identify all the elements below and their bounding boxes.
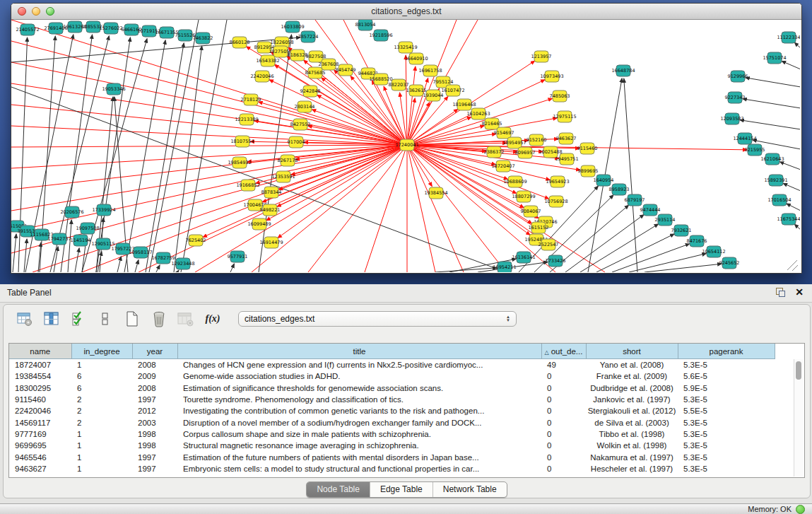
graph-edge[interactable] bbox=[11, 145, 407, 232]
graph-node[interactable]: 19166852 bbox=[236, 180, 259, 191]
graph-edge[interactable] bbox=[794, 224, 800, 230]
graph-node[interactable]: 12444154 bbox=[733, 133, 756, 144]
close-window-button[interactable] bbox=[18, 7, 26, 16]
column-header-short[interactable]: short bbox=[586, 344, 678, 359]
column-header-out_de[interactable]: △out_de... bbox=[541, 344, 586, 359]
table-row[interactable]: 969969511998Structural magnetic resonanc… bbox=[9, 440, 775, 451]
graph-edge[interactable] bbox=[82, 39, 147, 272]
graph-node[interactable]: 10688609 bbox=[503, 176, 526, 187]
column-header-pagerank[interactable]: pagerank bbox=[678, 344, 775, 359]
tab-node-table[interactable]: Node Table bbox=[307, 482, 370, 497]
graph-node[interactable]: 7485063 bbox=[550, 90, 570, 102]
table-settings-icon[interactable] bbox=[15, 310, 35, 328]
graph-node[interactable]: 2386372 bbox=[484, 146, 505, 158]
graph-node[interactable]: 8454749 bbox=[336, 64, 356, 76]
column-header-title[interactable]: title bbox=[177, 344, 541, 359]
table-row[interactable]: 977716911998Corpus callosum shape and si… bbox=[9, 428, 775, 440]
row-height-icon[interactable] bbox=[95, 310, 115, 328]
table-scrollbar[interactable] bbox=[794, 359, 804, 477]
graph-node[interactable]: 10654112 bbox=[702, 246, 725, 257]
graph-node[interactable]: 8813054 bbox=[355, 20, 376, 30]
graph-node[interactable]: 16033809 bbox=[281, 21, 304, 33]
graph-node[interactable]: 7932621 bbox=[671, 225, 692, 236]
memory-status-icon[interactable] bbox=[796, 505, 805, 514]
table-selector-combobox[interactable]: citations_edges.txt ▲▼ bbox=[238, 311, 517, 327]
graph-node[interactable]: 8186328 bbox=[288, 49, 308, 61]
graph-node[interactable]: 2718129 bbox=[241, 94, 261, 105]
graph-node[interactable]: 9245652 bbox=[719, 257, 740, 269]
graph-node[interactable]: 8427552 bbox=[290, 119, 311, 130]
graph-node[interactable]: 16099489 bbox=[247, 218, 271, 230]
graph-node[interactable]: 917004 bbox=[288, 136, 305, 148]
graph-node[interactable]: 7625402 bbox=[186, 235, 206, 246]
float-panel-icon[interactable] bbox=[776, 288, 785, 297]
graph-node[interactable]: 16136141 bbox=[512, 252, 535, 263]
column-header-name[interactable]: name bbox=[9, 344, 71, 359]
table-row[interactable]: 946362711997Embryonic stem cells: a mode… bbox=[9, 463, 775, 474]
zoom-window-button[interactable] bbox=[46, 7, 54, 16]
graph-node[interactable]: 8958923 bbox=[609, 184, 630, 195]
graph-node[interactable]: 16640910 bbox=[404, 53, 428, 64]
graph-edge[interactable] bbox=[645, 264, 722, 272]
graph-node[interactable]: 9474444 bbox=[640, 204, 661, 216]
graph-node[interactable]: 19097588 bbox=[76, 223, 99, 234]
graph-edge[interactable] bbox=[407, 145, 432, 187]
graph-edge[interactable] bbox=[156, 265, 160, 272]
graph-node[interactable]: 11675344 bbox=[777, 214, 800, 225]
graph-edge[interactable] bbox=[117, 257, 121, 272]
graph-node[interactable]: 1939044 bbox=[423, 90, 444, 101]
table-row[interactable]: 946554611997Estimation of the future num… bbox=[9, 451, 775, 462]
graph-node[interactable]: 15892391 bbox=[764, 175, 787, 186]
graph-edge[interactable] bbox=[794, 42, 800, 48]
graph-node[interactable]: 17339924 bbox=[92, 204, 115, 216]
graph-node[interactable]: 9899695 bbox=[578, 165, 599, 177]
close-panel-icon[interactable]: ✕ bbox=[795, 288, 804, 297]
table-row[interactable]: 1830029562008Estimation of significance … bbox=[9, 382, 775, 394]
graph-node[interactable]: 12093583 bbox=[720, 113, 743, 124]
graph-edge[interactable] bbox=[779, 162, 800, 170]
graph-node[interactable]: 16961758 bbox=[418, 65, 442, 76]
graph-edge[interactable] bbox=[746, 78, 800, 87]
select-columns-icon[interactable] bbox=[69, 310, 88, 328]
column-header-in_degree[interactable]: in_degree bbox=[71, 344, 132, 359]
graph-edge[interactable] bbox=[565, 215, 644, 272]
graph-node[interactable]: 1733426 bbox=[546, 255, 566, 267]
graph-node[interactable]: 16210643 bbox=[760, 153, 784, 165]
graph-edge[interactable] bbox=[743, 99, 800, 108]
graph-edge[interactable] bbox=[787, 204, 800, 211]
graph-edge[interactable] bbox=[406, 55, 407, 145]
graph-node[interactable]: 1615152 bbox=[529, 222, 549, 233]
delete-column-icon[interactable] bbox=[149, 310, 169, 328]
graph-edge[interactable] bbox=[740, 120, 800, 129]
tab-network-table[interactable]: Network Table bbox=[433, 482, 507, 497]
graph-node[interactable]: 9084067 bbox=[521, 206, 541, 217]
graph-edge[interactable] bbox=[783, 183, 800, 191]
graph-edge[interactable] bbox=[75, 248, 79, 272]
graph-node[interactable]: 11122334 bbox=[777, 32, 800, 43]
graph-edge[interactable] bbox=[68, 220, 71, 272]
graph-edge[interactable] bbox=[13, 234, 16, 272]
graph-node[interactable]: 7857224 bbox=[298, 31, 319, 42]
table-row[interactable]: 1938455462009Genome-wide association stu… bbox=[9, 370, 775, 382]
graph-node[interactable]: 6879197 bbox=[625, 194, 645, 206]
graph-node[interactable]: 13325419 bbox=[394, 42, 417, 53]
graph-edge[interactable] bbox=[135, 260, 139, 272]
graph-node[interactable]: 19654923 bbox=[546, 176, 569, 187]
graph-node[interactable]: 8660128 bbox=[230, 37, 250, 48]
graph-node[interactable]: 19854932 bbox=[228, 157, 251, 168]
graph-edge[interactable] bbox=[230, 264, 234, 272]
column-header-year[interactable]: year bbox=[132, 344, 177, 359]
graph-node[interactable]: 2935114 bbox=[655, 214, 676, 226]
graph-edge[interactable] bbox=[269, 80, 407, 145]
graph-node[interactable]: 12213389 bbox=[235, 114, 258, 125]
graph-node[interactable]: 12975115 bbox=[553, 111, 576, 122]
graph-node[interactable]: 19218596 bbox=[369, 30, 392, 41]
graph-edge[interactable] bbox=[308, 126, 407, 145]
graph-node[interactable]: 1145194 bbox=[71, 235, 91, 246]
graph-edge[interactable] bbox=[11, 145, 407, 189]
minimize-window-button[interactable] bbox=[32, 7, 40, 16]
graph-node[interactable]: 9242848 bbox=[300, 86, 321, 97]
graph-node[interactable]: 9129966 bbox=[728, 71, 748, 82]
graph-node[interactable]: 2522547 bbox=[539, 239, 559, 250]
graph-node[interactable]: 9577911 bbox=[228, 251, 248, 262]
